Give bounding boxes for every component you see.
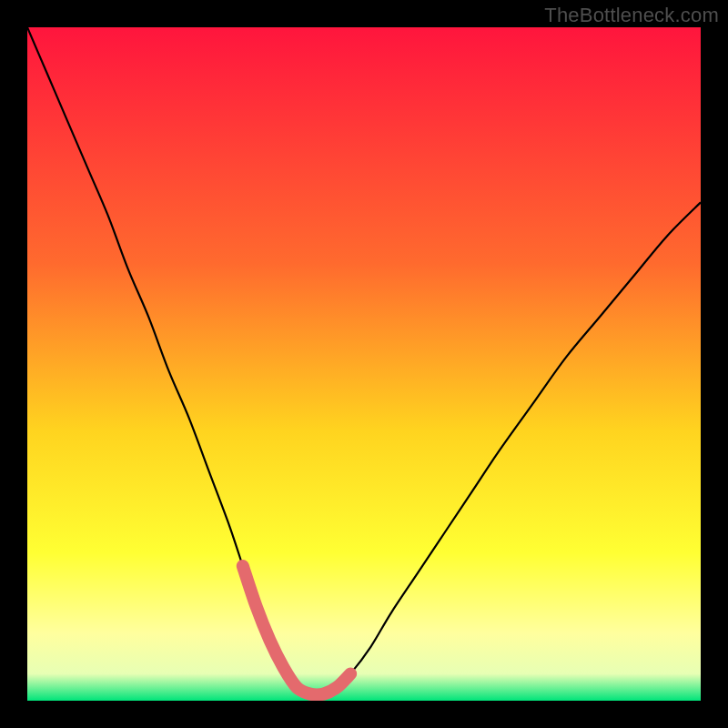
watermark-text: TheBottleneck.com [544,4,719,27]
plot-area [27,27,701,701]
chart-frame: TheBottleneck.com [0,0,728,728]
gradient-background [27,27,701,701]
bottleneck-chart [27,27,701,701]
